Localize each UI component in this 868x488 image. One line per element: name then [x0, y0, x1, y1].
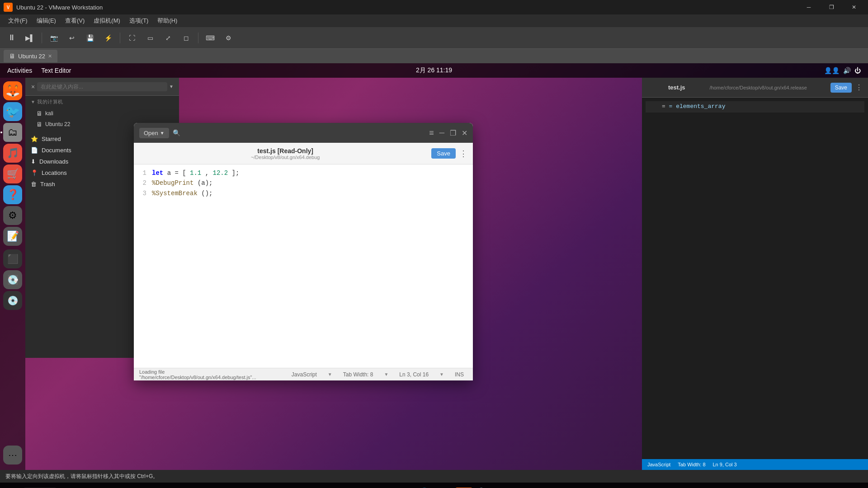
- statusbar-tabwidth[interactable]: Tab Width: 8: [340, 371, 377, 378]
- dock-firefox[interactable]: 🦊: [3, 81, 22, 100]
- editor-close-btn[interactable]: ✕: [462, 129, 467, 137]
- dock-text-editor[interactable]: 📝: [3, 227, 22, 246]
- pause-button[interactable]: ⏸: [4, 30, 20, 46]
- ubuntu-tab-close[interactable]: ✕: [48, 53, 52, 59]
- statusbar-lang-dropdown[interactable]: ▼: [328, 372, 332, 377]
- menu-edit[interactable]: 编辑(E): [32, 15, 61, 27]
- dock-terminal[interactable]: ⬛: [3, 249, 22, 268]
- dock-help[interactable]: ❓: [3, 185, 22, 204]
- gnome-dock: 🦊 🐦 🗂 🎵 🛒 ❓ ⚙ 📝 ⬛: [0, 78, 25, 470]
- taskbar-icon-6[interactable]: 🔧: [475, 484, 493, 488]
- tray-notification[interactable]: 🔔: [850, 486, 864, 488]
- menu-options[interactable]: 选项(T): [125, 15, 153, 27]
- taskbar-files-icon[interactable]: 📁: [375, 484, 393, 488]
- right-editor-menu[interactable]: ⋮: [855, 83, 863, 92]
- taskbar-edge-icon[interactable]: 🌐: [415, 484, 433, 488]
- open-button[interactable]: Open ▼: [139, 128, 169, 138]
- ubuntu-tab[interactable]: 🖥 Ubuntu 22 ✕: [4, 50, 57, 62]
- dock-music[interactable]: 🎵: [3, 144, 22, 163]
- trash-label: Trash: [40, 181, 55, 188]
- right-code-panel: test.js /home/cforce/Desktop/v8/out.gn/x…: [642, 78, 868, 470]
- statusbar-pos-dropdown[interactable]: ▼: [439, 372, 444, 377]
- stretch-button[interactable]: ⤢: [160, 30, 176, 46]
- settings-button[interactable]: ⚙: [220, 30, 236, 46]
- taskbar-vm-icon[interactable]: VM: [455, 484, 473, 488]
- windows-taskbar: ⊞ 🔍 搜索 📁 🌀 🌐 🐧 VM 🔧 ∧ 🌐 S 中 🎤 🔊 📶 🔋: [0, 483, 868, 488]
- files-dropdown[interactable]: ▼: [167, 83, 175, 91]
- revert-button[interactable]: ↩: [64, 30, 80, 46]
- tray-expand[interactable]: ∧: [694, 486, 708, 488]
- dock-files[interactable]: 🗂: [3, 123, 22, 142]
- starred-label: Starred: [42, 136, 61, 142]
- taskbar-mail-icon[interactable]: 🐧: [435, 484, 453, 488]
- suspend-button[interactable]: 💾: [82, 30, 98, 46]
- menu-file[interactable]: 文件(F): [4, 15, 32, 27]
- toolbar-btn-5[interactable]: ⚡: [100, 30, 116, 46]
- fit-button[interactable]: ◻: [178, 30, 194, 46]
- menu-vm[interactable]: 虚拟机(M): [89, 15, 125, 27]
- toolbar-btn-2[interactable]: ▶▌: [22, 30, 38, 46]
- open-dropdown-icon: ▼: [160, 131, 165, 136]
- code-line-2: 2 %DebugPrint (a);: [137, 178, 469, 188]
- dock-cd[interactable]: 💿: [3, 291, 22, 310]
- menu-help[interactable]: 帮助(H): [153, 15, 182, 27]
- right-statusbar-lang[interactable]: JavaScript: [647, 462, 670, 467]
- minimize-button[interactable]: ─: [798, 0, 819, 14]
- start-button[interactable]: ⊞: [4, 484, 22, 488]
- tray-sougou[interactable]: S: [726, 486, 741, 488]
- save-button[interactable]: Save: [431, 148, 456, 159]
- network-icon[interactable]: 👤👤: [824, 67, 840, 74]
- right-statusbar-pos[interactable]: Ln 9, Col 3: [713, 462, 737, 467]
- statusbar-language[interactable]: JavaScript: [288, 371, 321, 378]
- send-keys-button[interactable]: ⌨: [202, 30, 218, 46]
- dock-disk[interactable]: 💽: [3, 270, 22, 289]
- dock-settings[interactable]: ⚙: [3, 206, 22, 225]
- search-icon[interactable]: 🔍: [173, 129, 180, 136]
- code-content-2: %DebugPrint (a);: [152, 178, 212, 188]
- locations-label: Locations: [42, 169, 67, 176]
- menu-view[interactable]: 查看(V): [61, 15, 89, 27]
- activities-button[interactable]: Activities: [7, 67, 32, 74]
- restore-button[interactable]: ❐: [821, 0, 842, 14]
- tray-network[interactable]: 🌐: [710, 486, 725, 488]
- editor-menu-icon[interactable]: ≡: [429, 128, 434, 138]
- unity-button[interactable]: ▭: [142, 30, 158, 46]
- editor-filename: test.js [Read-Only]: [251, 147, 320, 155]
- taskbar-browser-icon[interactable]: 🌀: [395, 484, 413, 488]
- right-statusbar-tab[interactable]: Tab Width: 8: [678, 462, 705, 467]
- close-button[interactable]: ✕: [844, 0, 864, 14]
- gnome-clock: 2月 26 11:19: [416, 66, 452, 75]
- tray-network-win[interactable]: 📶: [792, 486, 806, 488]
- dock-thunderbird[interactable]: 🐦: [3, 102, 22, 121]
- tray-mic[interactable]: 🎤: [759, 486, 774, 488]
- downloads-label: Downloads: [39, 158, 68, 165]
- tray-lang[interactable]: 中: [743, 486, 757, 488]
- files-search-input[interactable]: [37, 82, 167, 91]
- kali-label: kali: [45, 110, 53, 117]
- fullscreen-button[interactable]: ⛶: [124, 30, 140, 46]
- dock-apps[interactable]: ⋯: [3, 446, 22, 465]
- statusbar-position[interactable]: Ln 3, Col 16: [396, 371, 432, 378]
- editor-minimize-btn[interactable]: ─: [439, 129, 444, 137]
- files-section-computer: ▼ 我的计算机: [25, 96, 179, 108]
- gnome-app-name[interactable]: Text Editor: [41, 67, 71, 74]
- files-item-kali[interactable]: 🖥 kali: [25, 108, 179, 119]
- editor-restore-btn[interactable]: ❐: [450, 129, 456, 137]
- files-close-button[interactable]: ×: [29, 83, 37, 91]
- tray-battery[interactable]: 🔋: [808, 486, 822, 488]
- statusbar-tabwidth-dropdown[interactable]: ▼: [384, 372, 388, 377]
- editor-menu-dots[interactable]: ⋮: [459, 149, 467, 159]
- ubuntu-tab-label: Ubuntu 22: [18, 53, 45, 60]
- dock-appstore[interactable]: 🛒: [3, 164, 22, 183]
- code-editor-area[interactable]: 1 let a = [ 1.1 , 12.2 ]; 2: [134, 164, 473, 368]
- power-icon[interactable]: ⏻: [854, 67, 861, 74]
- tray-volume-win[interactable]: 🔊: [775, 486, 790, 488]
- snapshot-button[interactable]: 📷: [46, 30, 62, 46]
- right-save-button[interactable]: Save: [830, 83, 852, 93]
- downloads-icon: ⬇: [31, 158, 36, 165]
- vmware-icon: V: [4, 3, 13, 12]
- expand-icon[interactable]: ▼: [31, 99, 35, 104]
- taskbar-pinned-icons: 📁 🌀 🌐 🐧 VM 🔧: [375, 484, 493, 488]
- volume-icon[interactable]: 🔊: [843, 67, 851, 74]
- right-editor-header: test.js /home/cforce/Desktop/v8/out.gn/x…: [642, 78, 868, 98]
